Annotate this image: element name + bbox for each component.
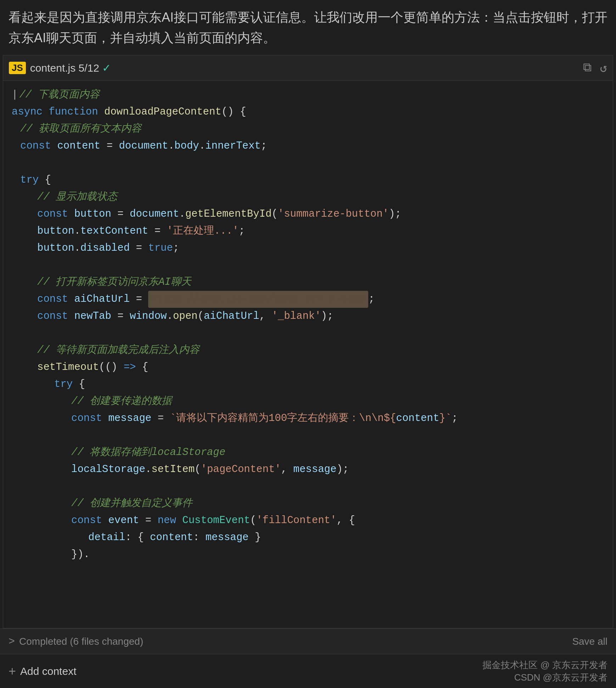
code-line: const aiChatUrl = https://chat.jd.com/so…	[3, 291, 613, 308]
tab-info: JS content.js 5/12 ✓	[9, 62, 111, 74]
code-line: localStorage.setItem('pageContent', mess…	[3, 461, 613, 478]
description-area: 看起来是因为直接调用京东AI接口可能需要认证信息。让我们改用一个更简单的方法：当…	[0, 0, 616, 55]
code-line	[3, 478, 613, 495]
js-badge: JS	[9, 62, 26, 74]
code-line: button.textContent = '正在处理...';	[3, 223, 613, 240]
code-line: // 获取页面所有文本内容	[3, 121, 613, 138]
code-line: detail: { content: message }	[3, 529, 613, 546]
code-line: try {	[3, 376, 613, 393]
save-all-button[interactable]: Save all	[572, 636, 607, 647]
blurred-url: https://chat.jd.com/some-url-hidden	[148, 291, 368, 308]
add-context-label: Add context	[20, 665, 76, 677]
code-line: // 打开新标签页访问京东AI聊天	[3, 274, 613, 291]
plus-icon: +	[9, 664, 16, 679]
code-line	[3, 325, 613, 342]
tab-filename: content.js 5/12 ✓	[30, 62, 111, 74]
code-line: try {	[3, 172, 613, 189]
tab-actions: ⧉ ↺	[583, 61, 607, 76]
refresh-button[interactable]: ↺	[600, 61, 607, 76]
code-lines: // 下载页面内容 async function downloadPageCon…	[3, 87, 613, 563]
code-line: // 显示加载状态	[3, 189, 613, 206]
editor-tab-bar: JS content.js 5/12 ✓ ⧉ ↺	[3, 55, 613, 81]
code-line: }).	[3, 546, 613, 563]
description-text: 看起来是因为直接调用京东AI接口可能需要认证信息。让我们改用一个更简单的方法：当…	[9, 10, 607, 45]
attribution-line2: CSDN @京东云开发者	[482, 671, 607, 684]
code-line: // 将数据存储到localStorage	[3, 444, 613, 461]
expand-chevron[interactable]: >	[9, 636, 15, 648]
code-line: const event = new CustomEvent('fillConte…	[3, 512, 613, 529]
code-line: const newTab = window.open(aiChatUrl, '_…	[3, 308, 613, 325]
code-line	[3, 155, 613, 172]
code-line: const content = document.body.innerText;	[3, 138, 613, 155]
footer-bar: + Add context 掘金技术社区 @ 京东云开发者 CSDN @京东云开…	[0, 654, 616, 688]
editor-panel: JS content.js 5/12 ✓ ⧉ ↺ // 下载页面内容 async…	[3, 55, 613, 628]
code-line: async function downloadPageContent() {	[3, 104, 613, 121]
status-text: Completed (6 files changed)	[19, 636, 143, 647]
code-line: // 下载页面内容	[3, 87, 613, 104]
status-left: > Completed (6 files changed)	[9, 636, 143, 648]
code-line	[3, 427, 613, 444]
bottom-status-bar: > Completed (6 files changed) Save all	[0, 628, 616, 654]
attribution-line1: 掘金技术社区 @ 京东云开发者	[482, 659, 607, 671]
code-line: const button = document.getElementById('…	[3, 206, 613, 223]
code-line: const message = `请将以下内容精简为100字左右的摘要：\n\n…	[3, 410, 613, 427]
code-line: // 等待新页面加载完成后注入内容	[3, 342, 613, 359]
code-line: // 创建并触发自定义事件	[3, 495, 613, 512]
add-context-button[interactable]: + Add context	[9, 664, 76, 679]
footer-attribution: 掘金技术社区 @ 京东云开发者 CSDN @京东云开发者	[482, 659, 607, 684]
copy-button[interactable]: ⧉	[583, 61, 592, 75]
code-line: setTimeout(() => {	[3, 359, 613, 376]
code-area: // 下载页面内容 async function downloadPageCon…	[3, 81, 613, 628]
code-line: // 创建要传递的数据	[3, 393, 613, 410]
code-line: button.disabled = true;	[3, 240, 613, 257]
code-line	[3, 257, 613, 274]
